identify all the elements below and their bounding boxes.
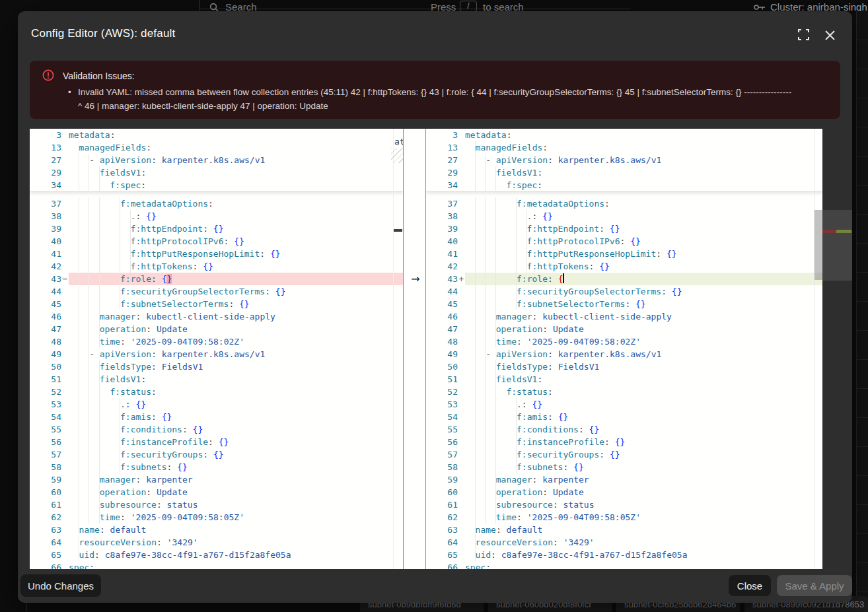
code-line-55[interactable]: 55f:conditions: {} xyxy=(30,423,403,436)
code-line-52[interactable]: 52f:status: xyxy=(426,386,822,398)
line-number[interactable]: 41 xyxy=(426,248,458,260)
code-line-37[interactable]: 37f:metadataOptions: xyxy=(30,197,403,210)
diff-sash[interactable] xyxy=(403,129,426,569)
code-line-39[interactable]: 39f:httpEndpoint: {} xyxy=(426,222,822,235)
code-line-50[interactable]: 50fieldsType: FieldsV1 xyxy=(30,360,403,373)
diff-modified-pane[interactable]: 37f:metadataOptions:38.: {}39f:httpEndpo… xyxy=(426,129,822,569)
line-number[interactable]: 65 xyxy=(30,549,61,561)
code-line-29[interactable]: 29fieldsV1: xyxy=(426,166,822,179)
line-number[interactable]: 60 xyxy=(426,486,458,498)
code-line-55[interactable]: 55f:conditions: {} xyxy=(426,423,822,436)
line-number[interactable]: 54 xyxy=(426,411,458,423)
line-number[interactable]: 51 xyxy=(426,373,458,386)
undo-changes-button[interactable]: Undo Changes xyxy=(20,574,101,597)
line-number[interactable]: 37 xyxy=(426,197,458,210)
line-number[interactable]: 49 xyxy=(426,348,458,360)
code-line-50[interactable]: 50fieldsType: FieldsV1 xyxy=(426,360,822,373)
code-line-13[interactable]: 13managedFields: xyxy=(30,141,403,154)
code-line-3[interactable]: 3metadata: xyxy=(30,129,403,141)
line-number[interactable]: 3 xyxy=(426,129,458,141)
code-line-38[interactable]: 38.: {} xyxy=(30,210,403,222)
code-line-13[interactable]: 13managedFields: xyxy=(426,141,822,154)
code-line-39[interactable]: 39f:httpEndpoint: {} xyxy=(30,222,403,235)
code-line-49[interactable]: 49- apiVersion: karpenter.k8s.aws/v1 xyxy=(30,348,403,360)
line-number[interactable]: 27 xyxy=(30,154,61,166)
line-number[interactable]: 40 xyxy=(426,235,458,248)
code-line-59[interactable]: 59manager: karpenter xyxy=(30,473,403,486)
code-line-42[interactable]: 42f:httpTokens: {} xyxy=(426,260,822,273)
line-number[interactable]: 37 xyxy=(30,197,61,210)
code-line-58[interactable]: 58f:subnets: {} xyxy=(426,461,822,473)
code-line-37[interactable]: 37f:metadataOptions: xyxy=(426,197,822,210)
code-line-29[interactable]: 29fieldsV1: xyxy=(30,166,403,179)
code-line-40[interactable]: 40f:httpProtocolIPv6: {} xyxy=(30,235,403,248)
line-number[interactable]: 62 xyxy=(426,511,458,524)
line-number[interactable]: 53 xyxy=(426,398,458,411)
line-number[interactable]: 3 xyxy=(30,129,61,141)
line-number[interactable]: 58 xyxy=(30,461,61,473)
code-line-60[interactable]: 60operation: Update xyxy=(426,486,822,498)
line-number[interactable]: 56 xyxy=(426,436,458,448)
save-apply-button[interactable]: Save & Apply xyxy=(777,575,852,596)
line-number[interactable]: 52 xyxy=(30,386,61,398)
line-number[interactable]: 13 xyxy=(30,141,61,154)
line-number[interactable]: 45 xyxy=(426,298,458,310)
line-number[interactable]: 41 xyxy=(30,248,61,260)
code-line-53[interactable]: 53.: {} xyxy=(30,398,403,411)
line-number[interactable]: 13 xyxy=(426,141,458,154)
code-line-40[interactable]: 40f:httpProtocolIPv6: {} xyxy=(426,235,822,248)
line-number[interactable]: 53 xyxy=(30,398,61,411)
code-line-54[interactable]: 54f:amis: {} xyxy=(426,411,822,423)
line-number[interactable]: 45 xyxy=(30,298,61,310)
code-line-63[interactable]: 63name: default xyxy=(30,524,403,536)
code-line-27[interactable]: 27- apiVersion: karpenter.k8s.aws/v1 xyxy=(426,154,822,166)
line-number[interactable]: 66 xyxy=(30,561,61,569)
code-line-53[interactable]: 53.: {} xyxy=(426,398,822,411)
line-number[interactable]: 29 xyxy=(426,166,458,179)
line-number[interactable]: 57 xyxy=(30,448,61,461)
code-line-49[interactable]: 49- apiVersion: karpenter.k8s.aws/v1 xyxy=(426,348,822,360)
code-line-64[interactable]: 64resourceVersion: '3429' xyxy=(426,536,822,549)
line-number[interactable]: 34 xyxy=(426,179,458,191)
line-number[interactable]: 66 xyxy=(426,561,458,569)
code-line-45[interactable]: 45f:subnetSelectorTerms: {} xyxy=(30,298,403,310)
line-number[interactable]: 43 xyxy=(30,273,61,285)
code-line-48[interactable]: 48time: '2025-09-04T09:58:02Z' xyxy=(30,335,403,348)
code-line-52[interactable]: 52f:status: xyxy=(30,386,403,398)
code-line-66[interactable]: 66spec: xyxy=(30,561,403,569)
code-line-64[interactable]: 64resourceVersion: '3429' xyxy=(30,536,403,549)
line-number[interactable]: 48 xyxy=(30,335,61,348)
code-line-63[interactable]: 63name: default xyxy=(426,524,822,536)
line-number[interactable]: 51 xyxy=(30,373,61,386)
code-line-45[interactable]: 45f:subnetSelectorTerms: {} xyxy=(426,298,822,310)
line-number[interactable]: 49 xyxy=(30,348,61,360)
code-line-41[interactable]: 41f:httpPutResponseHopLimit: {} xyxy=(426,248,822,260)
code-line-56[interactable]: 56f:instanceProfile: {} xyxy=(426,436,822,448)
line-number[interactable]: 34 xyxy=(30,179,61,191)
code-line-47[interactable]: 47operation: Update xyxy=(426,323,822,335)
code-line-51[interactable]: 51fieldsV1: xyxy=(426,373,822,386)
line-number[interactable]: 44 xyxy=(30,285,61,298)
code-line-65[interactable]: 65uid: c8afe97e-38cc-4f91-a767-d15f2a8fe… xyxy=(30,549,403,561)
line-number[interactable]: 55 xyxy=(426,423,458,436)
code-line-62[interactable]: 62time: '2025-09-04T09:58:05Z' xyxy=(426,511,822,524)
code-line-58[interactable]: 58f:subnets: {} xyxy=(30,461,403,473)
line-number[interactable]: 62 xyxy=(30,511,61,524)
code-line-48[interactable]: 48time: '2025-09-04T09:58:02Z' xyxy=(426,335,822,348)
code-line-41[interactable]: 41f:httpPutResponseHopLimit: {} xyxy=(30,248,403,260)
line-number[interactable]: 47 xyxy=(426,323,458,335)
line-number[interactable]: 39 xyxy=(426,222,458,235)
code-line-51[interactable]: 51fieldsV1: xyxy=(30,373,403,386)
code-line-61[interactable]: 61subresource: status xyxy=(30,498,403,511)
code-line-56[interactable]: 56f:instanceProfile: {} xyxy=(30,436,403,448)
code-line-62[interactable]: 62time: '2025-09-04T09:58:05Z' xyxy=(30,511,403,524)
code-line-47[interactable]: 47operation: Update xyxy=(30,323,403,335)
line-number[interactable]: 46 xyxy=(30,310,61,323)
code-line-27[interactable]: 27- apiVersion: karpenter.k8s.aws/v1 xyxy=(30,154,403,166)
code-line-44[interactable]: 44f:securityGroupSelectorTerms: {} xyxy=(426,285,822,298)
line-number[interactable]: 57 xyxy=(426,448,458,461)
code-line-54[interactable]: 54f:amis: {} xyxy=(30,411,403,423)
close-icon-button[interactable] xyxy=(822,29,837,44)
code-line-57[interactable]: 57f:securityGroups: {} xyxy=(426,448,822,461)
line-number[interactable]: 48 xyxy=(426,335,458,348)
